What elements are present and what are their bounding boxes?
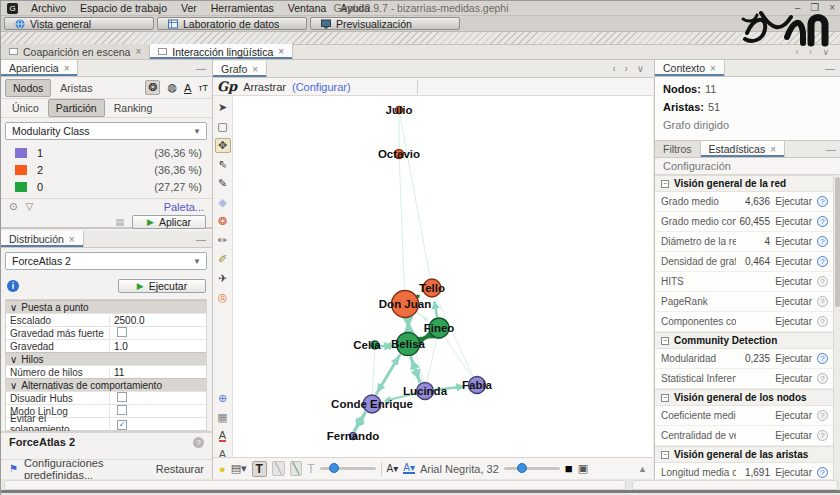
minimize-panel-icon[interactable]: — (826, 144, 836, 155)
stats-section-header[interactable]: −Visión general de la red (655, 175, 834, 192)
edge-scale-slider[interactable] (320, 467, 376, 470)
minimize-button[interactable]: – (795, 2, 801, 13)
menu-ventana[interactable]: Ventana (281, 2, 334, 14)
export-graph-icon[interactable]: ▣ (578, 462, 588, 475)
configure-link[interactable]: (Configurar) (292, 81, 351, 93)
checkbox[interactable] (117, 327, 127, 337)
stats-section-header[interactable]: −Community Detection (655, 332, 834, 349)
node-pencil-tool[interactable]: ⇖ (215, 157, 231, 172)
stats-section-header[interactable]: −Visión general de los nodos (655, 389, 834, 406)
edge-pencil-tool[interactable]: ✐ (215, 252, 231, 267)
collapse-toolbar-icon[interactable]: ▲ (638, 464, 647, 474)
graph-canvas[interactable]: JulioOctavioTelloDon JuanFineoBelisaCeli… (233, 96, 653, 457)
stats-scrollbar[interactable] (833, 175, 840, 479)
drag-tool[interactable]: ✥ (215, 138, 231, 153)
menu-espacio-de-trabajo[interactable]: Espacio de trabajo (73, 2, 174, 14)
close-icon[interactable]: × (770, 144, 776, 155)
label-color-tool[interactable]: A (215, 429, 231, 443)
stat-report-icon[interactable]: ? (817, 430, 828, 441)
checkbox[interactable]: ✓ (117, 420, 127, 430)
property-value[interactable] (110, 392, 206, 404)
partition-row[interactable]: 2(36,36 %) (1, 161, 212, 178)
restore-link[interactable]: Restaurar (156, 463, 204, 475)
collapse-box-icon[interactable]: − (661, 337, 669, 345)
run-stat-link[interactable]: Ejecutar (770, 316, 812, 327)
layout-section-header[interactable]: ∨Alternativas de comportamiento (6, 378, 206, 391)
stat-report-icon[interactable]: ? (817, 276, 828, 287)
filters-tab[interactable]: Filtros (655, 141, 701, 157)
close-icon[interactable]: × (64, 63, 70, 74)
run-stat-link[interactable]: Ejecutar (770, 296, 812, 307)
color-wheel-tool[interactable]: ❂ (215, 214, 231, 229)
run-stat-link[interactable]: Ejecutar (770, 216, 812, 227)
partition-row[interactable]: 0(27,27 %) (1, 178, 212, 195)
layout-section-header[interactable]: ∨Puesta a punto (6, 300, 206, 313)
show-node-labels-button[interactable]: T (252, 461, 267, 477)
filter-funnel-icon[interactable]: ▽ (25, 201, 33, 212)
minimize-panel-icon[interactable]: — (196, 234, 206, 245)
context-panel-tab[interactable]: Contexto × (655, 60, 725, 76)
close-icon[interactable]: × (710, 63, 716, 74)
background-color-swatch[interactable]: ■ (565, 461, 573, 476)
attribute-select[interactable]: Modularity Class ▼ (5, 122, 207, 140)
checkbox[interactable] (117, 405, 127, 415)
subtab-unico[interactable]: Único (5, 100, 46, 116)
info-icon[interactable]: i (7, 280, 19, 292)
tab-aristas[interactable]: Aristas (53, 80, 99, 96)
zoom-tool[interactable]: ⊕ (215, 391, 231, 406)
stat-report-icon[interactable]: ? (817, 316, 828, 327)
menu-ver[interactable]: Ver (174, 2, 204, 14)
collapse-box-icon[interactable]: − (661, 451, 669, 459)
stat-report-icon[interactable]: ? (817, 236, 828, 247)
partition-row[interactable]: 1(36,36 %) (1, 144, 212, 161)
layout-algorithm-select[interactable]: ForceAtlas 2 ▼ (5, 252, 207, 270)
edge-color-icon[interactable]: ╲ (290, 461, 303, 476)
graph-tab-scroll[interactable]: ‹ › ∨ (612, 63, 647, 74)
graph-panel-tab[interactable]: Grafo × (213, 61, 267, 77)
slider-knob[interactable] (517, 463, 527, 473)
run-stat-link[interactable]: Ejecutar (770, 256, 812, 267)
collapse-box-icon[interactable]: − (661, 394, 669, 402)
property-value[interactable]: 2500.0 (110, 315, 206, 326)
stat-report-icon[interactable]: ? (817, 373, 828, 384)
label-scale-slider[interactable] (504, 467, 560, 470)
stat-report-icon[interactable]: ? (817, 353, 828, 364)
minimize-panel-icon[interactable]: — (825, 63, 835, 74)
menu-archivo[interactable]: Archivo (24, 2, 73, 14)
slider-knob[interactable] (329, 463, 339, 473)
vista-general-button[interactable]: Vista general (4, 17, 154, 30)
labels-attributes-icon[interactable]: ▤▾ (231, 462, 247, 475)
sizer-tool[interactable]: ◆ (215, 195, 231, 210)
help-icon[interactable]: ? (193, 437, 204, 448)
palette-link[interactable]: Paleta... (164, 201, 204, 213)
statistics-tab[interactable]: Estadísticas × (701, 141, 785, 157)
lightbulb-icon[interactable]: ● (219, 463, 226, 475)
run-stat-link[interactable]: Ejecutar (770, 236, 812, 247)
stat-report-icon[interactable]: ? (817, 196, 828, 207)
label-color-icon[interactable]: A (184, 82, 191, 94)
label-font-value[interactable]: Arial Negrita, 32 (420, 463, 499, 475)
label-size-icon[interactable]: тT (198, 83, 208, 93)
laboratorio-de-datos-button[interactable]: Laboratorio de datos (157, 17, 307, 30)
stat-report-icon[interactable]: ? (817, 467, 828, 478)
collapse-box-icon[interactable]: − (661, 180, 669, 188)
scrollbar-thumb[interactable] (835, 177, 840, 307)
color-palette-icon[interactable]: ❂ (145, 80, 160, 95)
size-icon[interactable]: ◍ (167, 81, 177, 94)
property-value[interactable] (110, 405, 206, 417)
heatmap-tool[interactable]: ◎ (215, 290, 231, 305)
appearance-panel-tab[interactable]: Apariencia × (1, 60, 78, 76)
stat-report-icon[interactable]: ? (817, 216, 828, 227)
property-value[interactable]: 1.0 (110, 341, 206, 352)
subtab-ranking[interactable]: Ranking (107, 100, 160, 116)
stat-report-icon[interactable]: ? (817, 410, 828, 421)
menu-ayuda[interactable]: Ayuda (333, 2, 377, 14)
edge-thickness-icon[interactable]: ╲ (272, 461, 285, 476)
stat-report-icon[interactable]: ? (817, 296, 828, 307)
property-value[interactable]: 11 (110, 367, 206, 378)
run-layout-button[interactable]: ▶ Ejecutar (118, 279, 206, 293)
run-stat-link[interactable]: Ejecutar (770, 373, 812, 384)
minimize-panel-icon[interactable]: — (196, 63, 206, 74)
run-stat-link[interactable]: Ejecutar (770, 467, 812, 478)
workspace-tab-interacción-lingüística[interactable]: Interacción lingüística× (150, 44, 293, 59)
